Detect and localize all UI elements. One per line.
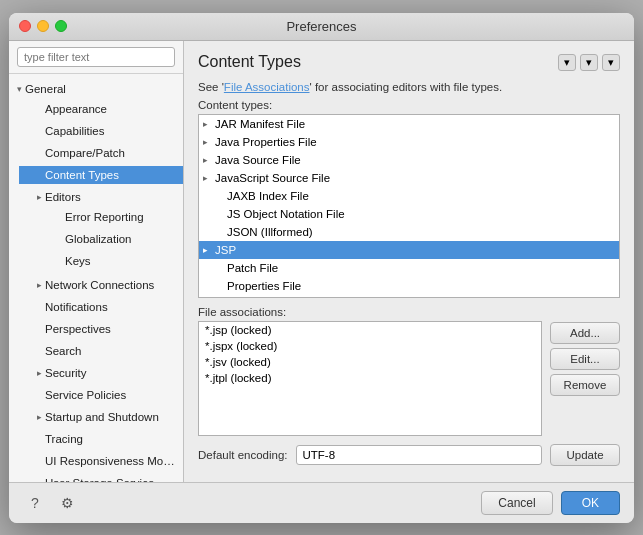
tree-label-tracing: Tracing xyxy=(45,433,83,445)
ct-label-patch-file: Patch File xyxy=(227,262,278,274)
sidebar-item-notifications[interactable]: Notifications xyxy=(19,296,183,318)
add-button[interactable]: Add... xyxy=(550,322,620,344)
ct-label-javascript-source: JavaScript Source File xyxy=(215,172,330,184)
ct-arrow-java-source xyxy=(203,155,215,165)
sidebar-item-appearance[interactable]: Appearance xyxy=(19,98,183,120)
ct-item-properties-file[interactable]: Properties File xyxy=(199,277,619,295)
tree-label-perspectives: Perspectives xyxy=(45,323,111,335)
ct-arrow-javascript-source xyxy=(203,173,215,183)
tree-label-network-connections: Network Connections xyxy=(45,279,154,291)
tree-label-appearance: Appearance xyxy=(45,103,107,115)
sidebar-item-tracing[interactable]: Tracing xyxy=(19,428,183,450)
fa-item-jspx[interactable]: *.jspx (locked) xyxy=(199,338,541,354)
main-panel: Content Types ▾ ▾ ▾ See 'File Associatio… xyxy=(184,41,634,482)
tree-label-keys: Keys xyxy=(65,255,91,267)
bottom-bar: ? ⚙ Cancel OK xyxy=(9,482,634,523)
tree-label-notifications: Notifications xyxy=(45,301,108,313)
ct-label-jaxb-index: JAXB Index File xyxy=(227,190,309,202)
sidebar-item-user-storage[interactable]: User Storage Service xyxy=(19,472,183,482)
lower-section: File associations: *.jsp (locked)*.jspx … xyxy=(198,306,620,436)
tree-label-search: Search xyxy=(45,345,81,357)
bottom-left-icons: ? ⚙ xyxy=(23,491,79,515)
sidebar-item-capabilities[interactable]: Capabilities xyxy=(19,120,183,142)
tree-label-compare-patch: Compare/Patch xyxy=(45,147,125,159)
filter-area xyxy=(9,41,183,74)
sidebar-item-search[interactable]: Search xyxy=(19,340,183,362)
sidebar-item-content-types[interactable]: Content Types xyxy=(19,164,183,186)
sidebar-item-general[interactable]: GeneralAppearanceCapabilitiesCompare/Pat… xyxy=(9,78,183,482)
tree-label-globalization: Globalization xyxy=(65,233,131,245)
minimize-button[interactable] xyxy=(37,20,49,32)
tree-label-capabilities: Capabilities xyxy=(45,125,104,137)
fa-item-jsv[interactable]: *.jsv (locked) xyxy=(199,354,541,370)
sidebar-item-ui-responsiveness[interactable]: UI Responsiveness Mo… xyxy=(19,450,183,472)
traffic-lights xyxy=(19,20,67,32)
ct-item-jaxb-index[interactable]: JAXB Index File xyxy=(199,187,619,205)
ct-label-js-object-notation: JS Object Notation File xyxy=(227,208,345,220)
edit-button[interactable]: Edit... xyxy=(550,348,620,370)
file-assoc-label: File associations: xyxy=(198,306,542,318)
tree-arrow-editors xyxy=(33,192,45,202)
ct-item-js-object-notation[interactable]: JS Object Notation File xyxy=(199,205,619,223)
toolbar-collapse[interactable]: ▾ xyxy=(558,54,576,71)
ct-label-properties-file: Properties File xyxy=(227,280,301,292)
tree-label-editors: Editors xyxy=(45,191,81,203)
fa-item-jsp[interactable]: *.jsp (locked) xyxy=(199,322,541,338)
sidebar-item-editors[interactable]: EditorsError ReportingGlobalizationKeys xyxy=(19,186,183,274)
settings-button[interactable]: ⚙ xyxy=(55,491,79,515)
sidebar-item-security[interactable]: Security xyxy=(19,362,183,384)
description: See 'File Associations' for associating … xyxy=(198,81,620,93)
remove-button[interactable]: Remove xyxy=(550,374,620,396)
ct-item-java-source[interactable]: Java Source File xyxy=(199,151,619,169)
panel-toolbar: ▾ ▾ ▾ xyxy=(558,54,620,71)
tree-arrow-general xyxy=(13,84,25,94)
cancel-button[interactable]: Cancel xyxy=(481,491,552,515)
sidebar-item-network-connections[interactable]: Network Connections xyxy=(19,274,183,296)
ct-item-jsp[interactable]: JSP xyxy=(199,241,619,259)
ct-item-java-properties[interactable]: Java Properties File xyxy=(199,133,619,151)
tree-label-user-storage: User Storage Service xyxy=(45,477,154,482)
toolbar-expand[interactable]: ▾ xyxy=(580,54,598,71)
file-assoc-list: *.jsp (locked)*.jspx (locked)*.jsv (lock… xyxy=(198,321,542,436)
sidebar-tree: GeneralAppearanceCapabilitiesCompare/Pat… xyxy=(9,74,183,482)
file-associations-link[interactable]: File Associations xyxy=(224,81,310,93)
tree-label-content-types: Content Types xyxy=(45,169,119,181)
ct-label-java-source: Java Source File xyxy=(215,154,301,166)
encoding-input[interactable] xyxy=(296,445,542,465)
sidebar-item-error-reporting[interactable]: Error Reporting xyxy=(29,206,183,228)
ok-button[interactable]: OK xyxy=(561,491,620,515)
encoding-label: Default encoding: xyxy=(198,449,288,461)
ct-arrow-jar-manifest xyxy=(203,119,215,129)
ct-item-json-illformed[interactable]: JSON (Illformed) xyxy=(199,223,619,241)
update-button[interactable]: Update xyxy=(550,444,620,466)
filter-input[interactable] xyxy=(17,47,175,67)
preferences-window: Preferences GeneralAppearanceCapabilitie… xyxy=(9,13,634,523)
toolbar-menu[interactable]: ▾ xyxy=(602,54,620,71)
ct-label-json-illformed: JSON (Illformed) xyxy=(227,226,313,238)
tree-label-general: General xyxy=(25,83,66,95)
side-buttons: Add... Edit... Remove xyxy=(550,306,620,436)
ct-label-java-properties: Java Properties File xyxy=(215,136,317,148)
fa-item-jtpl[interactable]: *.jtpl (locked) xyxy=(199,370,541,386)
ct-arrow-jsp xyxy=(203,245,215,255)
help-button[interactable]: ? xyxy=(23,491,47,515)
tree-label-ui-responsiveness: UI Responsiveness Mo… xyxy=(45,455,175,467)
sidebar-item-globalization[interactable]: Globalization xyxy=(29,228,183,250)
tree-arrow-startup-shutdown xyxy=(33,412,45,422)
sidebar-item-compare-patch[interactable]: Compare/Patch xyxy=(19,142,183,164)
tree-label-startup-shutdown: Startup and Shutdown xyxy=(45,411,159,423)
ct-arrow-java-properties xyxy=(203,137,215,147)
content-types-list: JAR Manifest FileJava Properties FileJav… xyxy=(198,114,620,298)
ct-item-patch-file[interactable]: Patch File xyxy=(199,259,619,277)
window-title: Preferences xyxy=(286,19,356,34)
sidebar-item-startup-shutdown[interactable]: Startup and Shutdown xyxy=(19,406,183,428)
ct-item-javascript-source[interactable]: JavaScript Source File xyxy=(199,169,619,187)
maximize-button[interactable] xyxy=(55,20,67,32)
tree-arrow-security xyxy=(33,368,45,378)
sidebar-item-perspectives[interactable]: Perspectives xyxy=(19,318,183,340)
sidebar-item-keys[interactable]: Keys xyxy=(29,250,183,272)
close-button[interactable] xyxy=(19,20,31,32)
main-content: GeneralAppearanceCapabilitiesCompare/Pat… xyxy=(9,41,634,482)
ct-item-jar-manifest[interactable]: JAR Manifest File xyxy=(199,115,619,133)
sidebar-item-service-policies[interactable]: Service Policies xyxy=(19,384,183,406)
